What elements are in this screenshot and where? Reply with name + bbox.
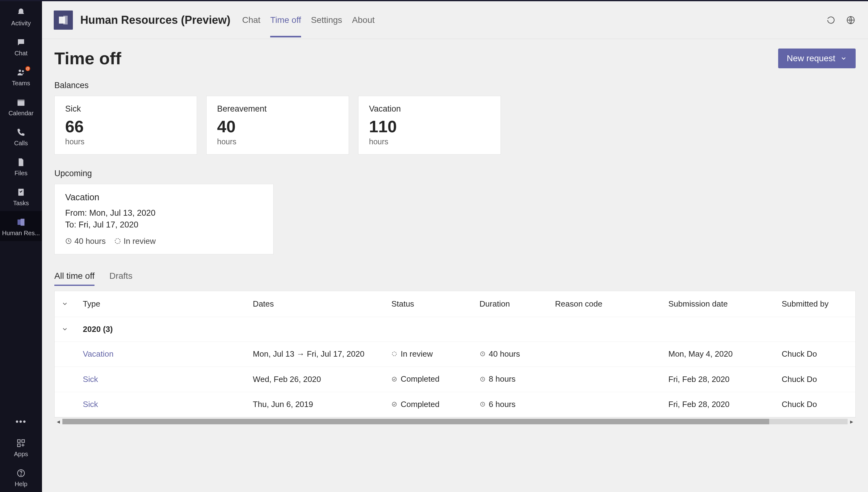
- rail-label: Files: [15, 170, 27, 177]
- svg-point-11: [21, 475, 21, 475]
- rail-item-activity[interactable]: Activity: [0, 1, 42, 31]
- rail-more[interactable]: •••: [0, 411, 42, 432]
- chevron-down-icon: [61, 326, 68, 333]
- balance-card-vacation[interactable]: Vacation 110 hours: [358, 96, 501, 154]
- group-row[interactable]: 2020 (3): [55, 317, 856, 342]
- rail-label: Tasks: [13, 200, 29, 207]
- col-dates[interactable]: Dates: [247, 291, 385, 317]
- help-icon: [16, 468, 27, 479]
- globe-icon[interactable]: [846, 15, 856, 25]
- tasks-icon: [16, 187, 27, 198]
- rail-item-files[interactable]: Files: [0, 151, 42, 181]
- row-submission-date: Mon, May 4, 2020: [662, 342, 776, 367]
- app-icon: [54, 10, 73, 30]
- row-duration: 40 hours: [479, 349, 520, 359]
- row-dates: Thu, Jun 6, 2019: [247, 392, 385, 417]
- balance-card-sick[interactable]: Sick 66 hours: [54, 96, 197, 154]
- new-request-button[interactable]: New request: [778, 49, 856, 68]
- balance-unit: hours: [65, 137, 186, 146]
- subtab-drafts[interactable]: Drafts: [109, 268, 132, 286]
- balance-unit: hours: [369, 137, 490, 146]
- row-status: Completed: [391, 400, 440, 409]
- upcoming-card[interactable]: Vacation From: Mon, Jul 13, 2020 To: Fri…: [54, 184, 273, 254]
- balance-type: Bereavement: [217, 104, 338, 114]
- review-icon: [114, 238, 121, 244]
- row-reason: [549, 367, 662, 392]
- clock-icon: [479, 351, 486, 357]
- row-type[interactable]: Sick: [83, 374, 98, 384]
- rail-label: Chat: [15, 50, 27, 57]
- rail-item-human-res-[interactable]: Human Res...: [0, 211, 42, 241]
- row-submission-date: Fri, Feb 28, 2020: [662, 392, 776, 417]
- row-reason: [549, 392, 662, 417]
- chat-icon: [16, 37, 27, 48]
- review-icon: [391, 351, 397, 357]
- col-duration[interactable]: Duration: [473, 291, 549, 317]
- row-submitted-by: Chuck Do: [776, 342, 856, 367]
- svg-point-1: [22, 70, 24, 72]
- col-reason-code[interactable]: Reason code: [549, 291, 662, 317]
- svg-point-16: [115, 239, 121, 244]
- chevron-down-icon[interactable]: [61, 300, 68, 307]
- svg-point-19: [392, 377, 396, 381]
- svg-rect-3: [18, 99, 25, 101]
- row-dates: Mon, Jul 13 → Fri, Jul 17, 2020: [247, 342, 385, 367]
- col-type[interactable]: Type: [77, 291, 247, 317]
- svg-rect-6: [21, 219, 25, 226]
- calendar-icon: [16, 97, 27, 108]
- rail-item-teams[interactable]: @ Teams: [0, 61, 42, 91]
- table-row[interactable]: Sick Wed, Feb 26, 2020 Completed 8 hours…: [55, 367, 856, 392]
- upcoming-heading: Upcoming: [54, 169, 856, 178]
- rail-label: Apps: [14, 450, 28, 458]
- rail-item-tasks[interactable]: Tasks: [0, 181, 42, 211]
- rail-item-calls[interactable]: Calls: [0, 121, 42, 151]
- subtab-all-time-off[interactable]: All time off: [54, 268, 95, 286]
- row-status: In review: [391, 349, 432, 359]
- balance-card-bereavement[interactable]: Bereavement 40 hours: [206, 96, 349, 154]
- horizontal-scrollbar[interactable]: ◂ ▸: [54, 418, 856, 425]
- col-submitted-by[interactable]: Submitted by: [776, 291, 856, 317]
- table-row[interactable]: Vacation Mon, Jul 13 → Fri, Jul 17, 2020…: [55, 342, 856, 367]
- rail-label: Human Res...: [2, 230, 40, 237]
- table-row[interactable]: Sick Thu, Jun 6, 2019 Completed 6 hours …: [55, 392, 856, 417]
- row-type[interactable]: Sick: [83, 400, 98, 409]
- row-dates: Wed, Feb 26, 2020: [247, 367, 385, 392]
- files-icon: [16, 157, 27, 168]
- svg-point-0: [19, 70, 21, 72]
- rail-label: Activity: [11, 20, 31, 27]
- row-submitted-by: Chuck Do: [776, 367, 856, 392]
- row-status: Completed: [391, 374, 440, 384]
- rail-item-calendar[interactable]: Calendar: [0, 91, 42, 121]
- rail-item-chat[interactable]: Chat: [0, 31, 42, 61]
- app-header: Human Resources (Preview) ChatTime offSe…: [42, 1, 868, 39]
- upcoming-type: Vacation: [65, 192, 263, 202]
- left-nav-rail: Activity Chat @ Teams Calendar Calls Fil…: [0, 1, 42, 492]
- app-title: Human Resources (Preview): [80, 14, 230, 27]
- svg-point-21: [392, 402, 396, 406]
- calls-icon: [16, 127, 27, 138]
- rail-label: Calls: [14, 140, 28, 147]
- svg-point-17: [392, 352, 396, 356]
- completed-icon: [391, 376, 397, 382]
- row-type[interactable]: Vacation: [83, 349, 113, 359]
- tab-settings[interactable]: Settings: [311, 3, 342, 38]
- upcoming-from: From: Mon, Jul 13, 2020: [65, 207, 263, 219]
- rail-item-apps[interactable]: Apps: [0, 432, 42, 462]
- col-submission-date[interactable]: Submission date: [662, 291, 776, 317]
- clock-icon: [479, 376, 486, 382]
- refresh-icon[interactable]: [826, 15, 836, 25]
- svg-rect-7: [18, 440, 20, 443]
- rail-label: Calendar: [8, 110, 33, 117]
- tab-chat[interactable]: Chat: [242, 3, 260, 38]
- balances-heading: Balances: [54, 81, 856, 90]
- tab-time-off[interactable]: Time off: [270, 3, 301, 38]
- rail-item-help[interactable]: Help: [0, 462, 42, 492]
- svg-rect-13: [63, 16, 68, 24]
- tab-about[interactable]: About: [352, 3, 374, 38]
- completed-icon: [391, 401, 397, 407]
- timeoff-table: TypeDatesStatusDurationReason codeSubmis…: [54, 291, 856, 418]
- clock-icon: [479, 401, 486, 407]
- page-title: Time off: [54, 48, 121, 68]
- col-status[interactable]: Status: [385, 291, 473, 317]
- row-duration: 6 hours: [479, 400, 516, 409]
